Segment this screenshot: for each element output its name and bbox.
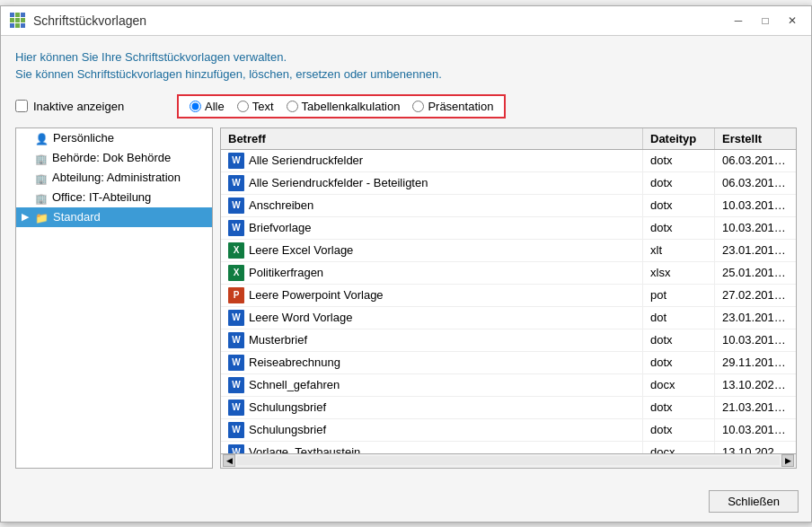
filter-text-radio[interactable] [237,101,249,112]
filter-praesentation[interactable]: Präsentation [412,100,493,113]
inactive-toggle: Inaktive anzeigen [15,100,177,113]
table-row[interactable]: X Politikerfragen xlsx 25.01.201… [221,262,796,285]
main-window: Schriftstückvorlagen ─ □ ✕ Hier können S… [0,5,812,523]
cell-name: W Briefvorlage [221,217,643,239]
sidebar-label-abteilung: Abteilung: Administration [52,171,181,184]
cell-dateityp: dotx [643,397,715,418]
sidebar-label-behoerde: Behörde: Dok Behörde [52,151,171,164]
table-row[interactable]: W Briefvorlage dotx 10.03.201… [221,217,796,240]
table-row[interactable]: W Reiseabrechnung dotx 29.11.201… [221,352,796,374]
table-header: Betreff Dateityp Erstellt [221,128,796,150]
minimize-button[interactable]: ─ [727,12,750,30]
cell-erstellt: 23.01.201… [715,307,796,329]
row-betreff: Politikerfragen [249,266,323,279]
row-betreff: Musterbrief [249,333,307,347]
cell-dateityp: dotx [643,419,715,441]
word-file-icon: W [228,153,244,169]
row-betreff: Alle Seriendruckfelder [249,154,363,167]
sidebar-item-behoerde[interactable]: Behörde: Dok Behörde [16,148,212,168]
table-row[interactable]: W Anschreiben dotx 10.03.201… [221,195,796,217]
word-file-icon: W [228,198,244,214]
cell-dateityp: xlt [643,240,715,261]
person-icon [35,131,49,145]
row-betreff: Schulungsbrief [249,400,326,414]
row-betreff: Reiseabrechnung [249,356,340,369]
horizontal-scrollbar: ◀ ▶ [221,453,796,468]
filter-bar: Inaktive anzeigen Alle Text Tabellenkalk… [15,94,797,119]
cell-dateityp: dotx [643,217,715,239]
sidebar-label-persoenliche: Persönliche [53,131,114,145]
cell-erstellt: 06.03.201… [715,150,796,171]
excel-file-icon: X [228,242,244,259]
main-area: Persönliche Behörde: Dok Behörde Abteilu… [15,127,797,469]
cell-dateityp: dotx [643,172,715,194]
cell-name: W Schulungsbrief [221,419,643,441]
inactive-checkbox[interactable] [15,100,28,112]
sidebar-item-abteilung[interactable]: Abteilung: Administration [16,168,212,188]
sidebar-label-standard: Standard [53,210,101,224]
powerpoint-file-icon: P [228,287,244,303]
cell-name: W Vorlage_Textbaustein [221,442,643,453]
close-button[interactable]: Schließen [709,490,799,513]
filter-alle-radio[interactable] [190,101,201,112]
sidebar-item-standard[interactable]: ▶ Standard [16,207,212,227]
row-betreff: Alle Seriendruckfelder - Beteiligten [249,176,428,189]
col-dateityp: Dateityp [643,128,715,149]
cell-dateityp: dot [643,307,715,329]
scroll-right-arrow[interactable]: ▶ [781,454,794,467]
table-row[interactable]: W Alle Seriendruckfelder - Beteiligten d… [221,172,796,195]
scroll-left-arrow[interactable]: ◀ [223,454,235,467]
filter-text[interactable]: Text [237,100,274,113]
building-icon-office [35,190,48,205]
folder-icon-standard [35,210,49,224]
cell-name: X Leere Excel Vorlage [221,240,643,261]
filter-tabelle[interactable]: Tabellenkalkulation [287,100,401,113]
sidebar: Persönliche Behörde: Dok Behörde Abteilu… [15,127,213,469]
cell-erstellt: 23.01.201… [715,240,796,261]
cell-dateityp: docx [643,374,715,396]
description-text: Hier können Sie Ihre Schriftstückvorlage… [15,48,797,83]
cell-erstellt: 10.03.201… [715,419,796,441]
table-row[interactable]: W Schulungsbrief dotx 21.03.201… [221,397,796,419]
filter-praesentation-radio[interactable] [412,101,424,112]
word-file-icon: W [228,422,244,438]
description-line1: Hier können Sie Ihre Schriftstückvorlage… [15,48,797,66]
word-file-icon: W [228,355,244,371]
description-line2: Sie können Schriftstückvorlagen hinzufüg… [15,66,797,83]
row-betreff: Briefvorlage [249,221,311,234]
cell-erstellt: 27.02.201… [715,285,796,306]
cell-erstellt: 21.03.201… [715,397,796,418]
filter-tabelle-radio[interactable] [287,101,298,112]
right-panel: Betreff Dateityp Erstellt W Alle Seriend… [220,127,797,469]
table-row[interactable]: W Alle Seriendruckfelder dotx 06.03.201… [221,150,796,172]
row-betreff: Schulungsbrief [249,423,326,436]
excel-file-icon: X [228,265,244,281]
building-icon-abteilung [35,171,48,185]
row-betreff: Leere Powerpoint Vorlage [249,288,384,302]
table-row[interactable]: W Schulungsbrief dotx 10.03.201… [221,419,796,442]
content-area: Hier können Sie Ihre Schriftstückvorlage… [1,36,811,481]
table-row[interactable]: W Schnell_gefahren docx 13.10.202… [221,374,796,397]
cell-erstellt: 13.10.202… [715,442,796,453]
filter-alle[interactable]: Alle [190,100,225,113]
scroll-track[interactable] [237,456,780,465]
sidebar-item-persoenliche[interactable]: Persönliche [16,128,212,148]
cell-name: W Leere Word Vorlage [221,307,643,329]
table-row[interactable]: X Leere Excel Vorlage xlt 23.01.201… [221,240,796,262]
cell-erstellt: 10.03.201… [715,329,796,351]
window-close-button[interactable]: ✕ [781,12,804,30]
sidebar-item-office[interactable]: Office: IT-Abteilung [16,188,212,207]
row-betreff: Vorlage_Textbaustein [249,445,360,453]
inactive-label: Inaktive anzeigen [33,100,124,113]
maximize-button[interactable]: □ [754,12,777,30]
bottom-bar: Schließen [1,481,811,522]
sidebar-label-office: Office: IT-Abteilung [52,190,151,204]
table-row[interactable]: W Vorlage_Textbaustein docx 13.10.202… [221,442,796,453]
cell-name: W Anschreiben [221,195,643,216]
cell-name: P Leere Powerpoint Vorlage [221,285,643,306]
table-row[interactable]: W Leere Word Vorlage dot 23.01.201… [221,307,796,329]
row-betreff: Anschreiben [249,198,313,212]
table-row[interactable]: P Leere Powerpoint Vorlage pot 27.02.201… [221,285,796,307]
window-title: Schriftstückvorlagen [33,13,727,28]
table-row[interactable]: W Musterbrief dotx 10.03.201… [221,329,796,352]
